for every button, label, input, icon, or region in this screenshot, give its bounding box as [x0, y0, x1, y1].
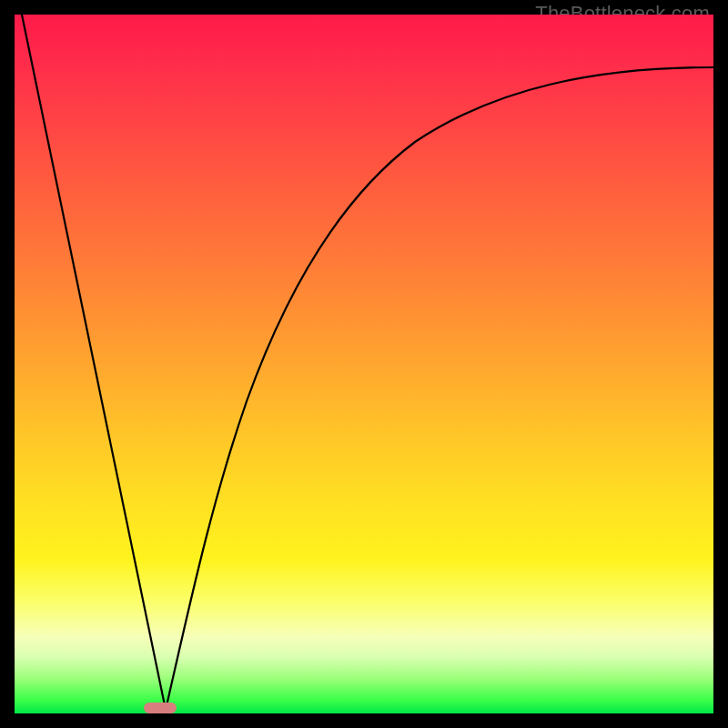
chart-frame [15, 15, 713, 713]
bottleneck-curve [15, 15, 713, 713]
optimal-marker [144, 703, 177, 713]
curve-right-branch [166, 67, 713, 710]
curve-left-branch [22, 15, 166, 710]
